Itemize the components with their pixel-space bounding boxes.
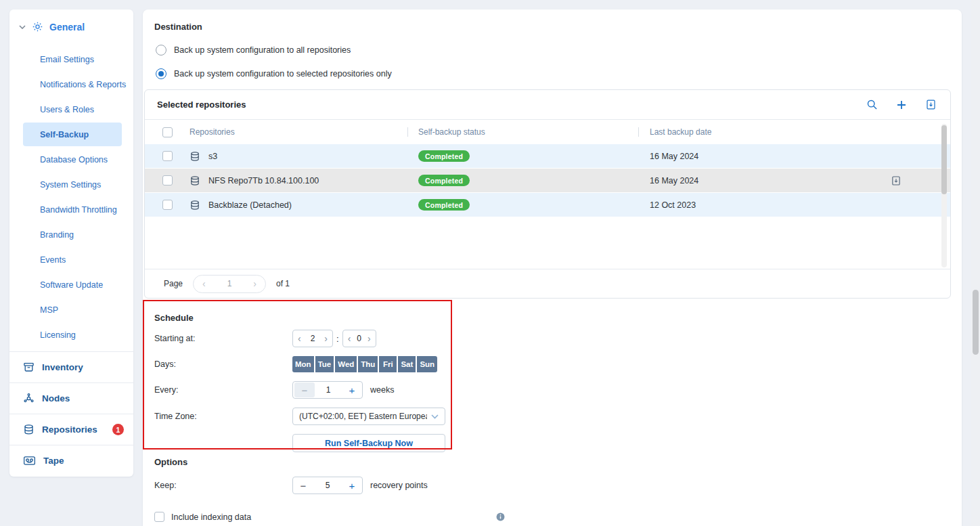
include-indexing-row: Include indexing data [154, 512, 962, 522]
run-self-backup-button[interactable]: Run Self-Backup Now [292, 434, 445, 452]
timezone-select[interactable]: (UTC+02:00, EET) Eastern European... [292, 408, 445, 425]
table-row[interactable]: s3 Completed 16 May 2024 [145, 144, 950, 169]
select-all-checkbox[interactable] [162, 127, 173, 137]
hour-increment-icon[interactable]: › [324, 334, 328, 343]
window-scrollbar[interactable] [971, 0, 980, 526]
keep-row: Keep: − 5 + recovery points [154, 477, 962, 494]
sidebar-item-bandwidth-throttling[interactable]: Bandwidth Throttling [9, 197, 133, 222]
radio-all-repositories[interactable]: Back up system configuration to all repo… [156, 45, 962, 56]
sidebar-item-events[interactable]: Events [9, 247, 133, 272]
sidebar-item-users-roles[interactable]: Users & Roles [9, 97, 133, 122]
time-separator: : [336, 334, 339, 344]
weeks-stepper[interactable]: − 1 + [292, 381, 363, 399]
radio-selected-repositories[interactable]: Back up system configuration to selected… [156, 68, 962, 79]
previous-page-icon[interactable]: ‹ [202, 278, 206, 289]
sidebar-item-nodes[interactable]: Nodes [9, 382, 133, 414]
page-total: of 1 [276, 279, 290, 288]
hour-stepper[interactable]: ‹ 2 › [292, 330, 333, 347]
search-icon[interactable] [866, 99, 878, 110]
day-button-sat[interactable]: Sat [398, 356, 416, 372]
hour-decrement-icon[interactable]: ‹ [298, 334, 301, 343]
minute-value: 0 [357, 334, 361, 343]
sidebar-group-label: General [49, 22, 85, 32]
destination-title: Destination [154, 9, 962, 32]
nodes-icon [23, 393, 35, 404]
sidebar-item-msp[interactable]: MSP [9, 297, 133, 322]
info-icon[interactable] [496, 512, 505, 521]
minute-increment-icon[interactable]: › [368, 334, 371, 343]
table-row[interactable]: Backblaze (Detached) Completed 12 Oct 20… [145, 193, 950, 217]
database-icon [190, 175, 200, 186]
every-label: Every: [154, 385, 292, 395]
row-checkbox[interactable] [162, 175, 173, 185]
chevron-down-icon [19, 25, 26, 29]
sidebar-item-licensing[interactable]: Licensing [9, 322, 133, 347]
day-button-thu[interactable]: Thu [358, 356, 378, 372]
main-panel: Destination Back up system configuration… [143, 9, 962, 526]
pager-control: ‹ 1 › [193, 275, 266, 293]
day-button-tue[interactable]: Tue [315, 356, 334, 372]
sidebar-item-system-settings[interactable]: System Settings [9, 172, 133, 197]
every-row: Every: − 1 + weeks [154, 381, 962, 399]
minute-decrement-icon[interactable]: ‹ [348, 334, 351, 343]
row-checkbox[interactable] [162, 151, 173, 161]
sidebar-item-software-update[interactable]: Software Update [9, 272, 133, 297]
repositories-icon [23, 424, 35, 435]
pagination-bar: Page ‹ 1 › of 1 [145, 269, 950, 298]
keep-label: Keep: [154, 481, 292, 490]
day-button-sun[interactable]: Sun [417, 356, 437, 372]
restore-icon[interactable] [925, 99, 937, 110]
radio-icon-checked[interactable] [156, 68, 166, 79]
column-divider [638, 127, 639, 137]
keep-unit-label: recovery points [370, 481, 428, 490]
table-scrollbar-thumb[interactable] [941, 125, 947, 194]
next-page-icon[interactable]: › [253, 278, 257, 289]
tape-icon [23, 456, 36, 466]
sidebar-item-self-backup[interactable]: Self-Backup [23, 123, 122, 146]
database-icon [190, 200, 200, 211]
repository-name: NFS Repo7Tb 10.84.100.100 [208, 176, 319, 185]
sidebar-item-notifications-reports[interactable]: Notifications & Reports [9, 72, 133, 97]
day-button-fri[interactable]: Fri [379, 356, 397, 372]
sidebar-item-email-settings[interactable]: Email Settings [9, 47, 133, 72]
minute-stepper[interactable]: ‹ 0 › [342, 330, 376, 347]
row-checkbox[interactable] [162, 200, 173, 210]
decrement-icon[interactable]: − [293, 478, 313, 493]
sidebar-item-repositories[interactable]: Repositories 1 [9, 414, 133, 445]
chevron-down-icon [427, 414, 439, 419]
add-icon[interactable] [896, 100, 907, 110]
column-header-status: Self-backup status [418, 127, 650, 137]
day-button-mon[interactable]: Mon [292, 356, 314, 372]
database-icon [190, 151, 200, 162]
restore-icon[interactable] [891, 175, 901, 186]
day-button-wed[interactable]: Wed [335, 356, 357, 372]
table-scrollbar[interactable] [941, 124, 947, 267]
last-backup-date: 12 Oct 2023 [650, 200, 891, 210]
repository-name: Backblaze (Detached) [208, 200, 292, 210]
options-title: Options [154, 457, 962, 467]
gear-icon [31, 20, 44, 33]
radio-icon[interactable] [156, 45, 166, 56]
radio-all-label: Back up system configuration to all repo… [174, 45, 351, 55]
sidebar-group-general[interactable]: General [9, 9, 133, 39]
increment-icon[interactable]: + [342, 382, 362, 397]
table-row[interactable]: NFS Repo7Tb 10.84.100.100 Completed 16 M… [145, 169, 950, 193]
day-selector: Mon Tue Wed Thu Fri Sat Sun [292, 356, 437, 372]
last-backup-date: 16 May 2024 [650, 176, 891, 185]
sidebar-item-tape[interactable]: Tape [9, 445, 133, 476]
include-indexing-checkbox[interactable] [154, 512, 164, 522]
window-scrollbar-thumb[interactable] [973, 290, 979, 355]
table-header-row: Repositories Self-backup status Last bac… [145, 120, 950, 144]
sidebar-item-database-options[interactable]: Database Options [9, 147, 133, 172]
increment-icon[interactable]: + [342, 478, 362, 493]
notification-badge: 1 [112, 424, 124, 435]
repositories-panel-title: Selected repositories [157, 100, 246, 110]
timezone-value: (UTC+02:00, EET) Eastern European... [299, 412, 427, 421]
sidebar-item-inventory[interactable]: Inventory [9, 351, 133, 382]
days-label: Days: [154, 359, 292, 369]
include-indexing-label: Include indexing data [171, 512, 251, 522]
sidebar-item-branding[interactable]: Branding [9, 222, 133, 247]
decrement-icon[interactable]: − [294, 382, 315, 397]
keep-stepper[interactable]: − 5 + [292, 477, 363, 494]
column-header-repositories: Repositories [190, 127, 418, 137]
